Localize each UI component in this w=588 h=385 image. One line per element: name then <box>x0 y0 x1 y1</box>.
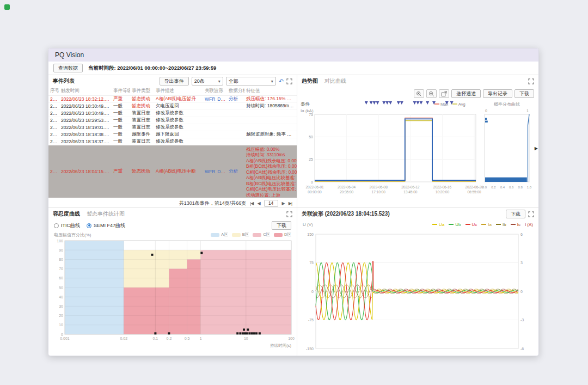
first-page-button[interactable]: |◀ <box>250 201 253 206</box>
event-row-275[interactable]: 2752022/06/23 18:30:49.170一般装置日志修改系统参数 <box>48 109 297 117</box>
svg-text:0.2: 0.2 <box>491 186 496 189</box>
legend-zone: D区 <box>274 232 291 237</box>
svg-text:06:55:00: 06:55:00 <box>467 190 481 194</box>
svg-text:3: 3 <box>520 261 523 265</box>
svg-text:2022-06-01: 2022-06-01 <box>305 185 324 189</box>
waveform-link-wfr[interactable]: WFR <box>205 169 215 174</box>
window-titlebar: PQ Vision <box>48 48 538 62</box>
event-list-section: 事件列表 导出事件 20条 ▾ 全部 ▾ ↶ <box>48 75 297 208</box>
svg-text:00:00:00: 00:00:00 <box>308 190 322 194</box>
next-page-button[interactable]: ▶ <box>282 201 285 206</box>
event-list-title: 事件列表 <box>53 77 75 85</box>
zone-swatch <box>211 233 219 237</box>
expand-icon[interactable] <box>286 78 292 84</box>
svg-text:持续时间(s): 持续时间(s) <box>270 343 291 348</box>
svg-text:0: 0 <box>311 290 314 294</box>
waveform-section: 关联波形 (2022/06/23 18:04:15.523) 下载 U (V) … <box>297 208 538 356</box>
svg-text:50: 50 <box>59 286 63 290</box>
svg-text:概率分布曲线: 概率分布曲线 <box>494 102 520 107</box>
export-records-button[interactable]: 导出记录 <box>483 89 512 98</box>
last-page-button[interactable]: ▶| <box>289 201 292 206</box>
svg-text:0.5: 0.5 <box>185 337 190 340</box>
trend-section: 趋势图 对比曲线 选择通道 <box>297 75 538 208</box>
waveform-link-dwr[interactable]: DWR <box>217 169 227 174</box>
tolerance-controls: ITIC曲线 SEMI F47曲线 下载 <box>48 220 297 231</box>
box-zoom-icon[interactable] <box>439 89 449 98</box>
svg-text:1: 1 <box>200 337 202 340</box>
event-row-278[interactable]: 2782022/06/23 18:18:38.197一般越限事件越下限返回越限监… <box>48 131 297 138</box>
trend-chart[interactable]: 事件Ia (kA)MaxAvg概率分布曲线0102550752022-06-01… <box>297 100 539 208</box>
event-row-274[interactable]: 2742022/06/23 18:30:49.491一般暂态扰动欠电压返回持续时… <box>48 102 297 109</box>
column-header: 序号 <box>48 87 59 95</box>
waveform-header: 关联波形 (2022/06/23 18:04:15.523) 下载 <box>297 208 538 220</box>
page-number-input[interactable] <box>264 200 278 207</box>
radio-semi-label: SEMI F47曲线 <box>94 222 125 229</box>
svg-text:2022-06-12: 2022-06-12 <box>401 185 420 189</box>
series-dash-icon <box>432 224 437 225</box>
column-header: 特征值 <box>244 87 297 95</box>
legend-series-ub[interactable]: Ub <box>449 222 461 227</box>
analysis-link[interactable]: 分析 <box>229 168 238 174</box>
radio-semi-f47[interactable]: SEMI F47曲线 <box>87 222 125 229</box>
column-header: 事件类型 <box>130 87 154 95</box>
column-header: 事件等级 <box>112 87 130 95</box>
download-trend-button[interactable]: 下载 <box>514 89 534 98</box>
waveform-link-wfr[interactable]: WFR <box>205 96 215 102</box>
expand-icon[interactable] <box>286 211 292 217</box>
event-row-277[interactable]: 2772022/06/23 18:19:01.781一般装置日志修改系统参数 <box>48 124 297 131</box>
tolerance-axis-row: 电压幅值百分比(%) A区B区C区D区 <box>48 231 297 239</box>
svg-text:0.0: 0.0 <box>482 186 487 189</box>
svg-text:100: 100 <box>288 337 295 340</box>
expand-icon[interactable] <box>528 211 534 217</box>
undo-icon[interactable]: ↶ <box>279 78 284 84</box>
svg-text:0.001: 0.001 <box>60 337 70 340</box>
download-tolerance-button[interactable]: 下载 <box>272 221 291 230</box>
top-toolbar: 查询数据 当前时间段: 2022/06/01 00:00:00~2022/06/… <box>48 62 538 75</box>
download-waveform-button[interactable]: 下载 <box>506 210 525 218</box>
select-channel-button[interactable]: 选择通道 <box>451 89 481 98</box>
column-header: 触发时间 <box>59 87 112 95</box>
tab-compare-curve[interactable]: 对比曲线 <box>324 77 346 85</box>
event-row-273[interactable]: 2732022/06/23 18:32:12.646严重暂态扰动A相(AB线)电… <box>48 95 297 102</box>
event-row-279[interactable]: 2792022/06/23 18:18:37.362一般装置日志修改系统参数 <box>48 138 297 145</box>
tab-tolerance-curve[interactable]: 容忍度曲线 <box>53 210 80 218</box>
u-axis-label: U (V) <box>303 222 313 227</box>
svg-text:10:20:00: 10:20:00 <box>436 190 450 194</box>
zone-swatch <box>274 233 283 237</box>
query-data-button[interactable]: 查询数据 <box>53 64 83 72</box>
event-filter-select[interactable]: 全部 ▾ <box>226 77 276 85</box>
svg-text:1.0: 1.0 <box>527 186 532 189</box>
svg-text:事件: 事件 <box>301 101 310 107</box>
zoom-out-icon[interactable] <box>426 89 437 98</box>
expand-icon[interactable] <box>528 78 534 84</box>
event-row-276[interactable]: 2762022/06/23 18:29:53.713一般装置日志修改系统参数 <box>48 117 297 124</box>
legend-zone: A区 <box>211 232 228 237</box>
tolerance-section: 容忍度曲线 暂态事件统计图 ITIC曲线 SEMI F47曲线 下 <box>48 208 297 356</box>
trend-toolbar: 选择通道 导出记录 下载 <box>297 87 538 100</box>
legend-series-uc[interactable]: Uc <box>465 222 477 227</box>
legend-zone: B区 <box>232 232 249 237</box>
analysis-link[interactable]: 分析 <box>229 96 238 101</box>
collapse-panel-arrow[interactable]: ▶ <box>535 146 538 151</box>
radio-itic[interactable]: ITIC曲线 <box>54 222 80 229</box>
column-header: 事件描述 <box>154 87 203 95</box>
event-row-280[interactable]: 2802022/06/23 18:04:15.523严重暂态扰动A相(AB线)电… <box>48 145 297 198</box>
legend-series-ia[interactable]: Ia <box>481 222 492 227</box>
page-size-select[interactable]: 20条 ▾ <box>192 77 223 85</box>
pagination-summary: 共1301条事件，第14页/共66页 <box>179 200 247 207</box>
svg-text:20: 20 <box>59 314 63 317</box>
tab-trend[interactable]: 趋势图 <box>302 77 318 85</box>
svg-text:0.4: 0.4 <box>500 186 505 189</box>
zone-swatch <box>253 233 261 237</box>
prev-page-button[interactable]: ◀ <box>257 201 260 206</box>
legend-series-ic[interactable]: Ic <box>511 222 520 227</box>
zoom-in-icon[interactable] <box>414 89 424 98</box>
legend-series-ua[interactable]: Ua <box>432 222 444 227</box>
desktop-icon[interactable] <box>4 4 10 10</box>
legend-series-ib[interactable]: Ib <box>496 222 506 227</box>
export-events-button[interactable]: 导出事件 <box>160 77 189 85</box>
waveform-link-dwr[interactable]: DWR <box>217 96 227 102</box>
svg-text:30: 30 <box>59 304 63 308</box>
tab-transient-stats[interactable]: 暂态事件统计图 <box>87 210 125 218</box>
svg-text:100: 100 <box>57 239 63 243</box>
